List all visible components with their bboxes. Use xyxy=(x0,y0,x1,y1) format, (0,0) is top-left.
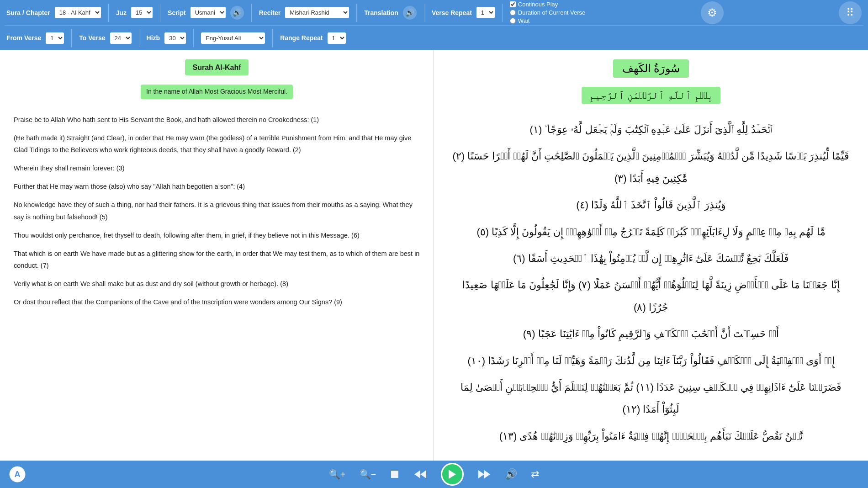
toolbar-row-2: From Verse 1 To Verse 24 Hizb 30 Eng-Yus… xyxy=(5,25,863,50)
arabic-verse-5: فَلَعَلَّكَ بَٰخِعٌ نَّفۡسَكَ عَلَىٰٓ ءَ… xyxy=(452,248,850,270)
sep-4 xyxy=(356,4,357,22)
rewind-icon xyxy=(413,469,427,479)
translation-verse-4: Further that He may warn those (also) wh… xyxy=(14,180,420,192)
translation-audio-btn[interactable]: 🔊 xyxy=(403,6,417,20)
arabic-verse-8: إِذۡ أَوَى ٱلۡفِتۡيَةُ إِلَى ٱلۡكَهۡفِ ف… xyxy=(452,350,850,372)
translation-panel: Surah Al-Kahf In the name of Allah Most … xyxy=(0,50,434,461)
forward-icon xyxy=(477,469,491,479)
translation-label: Translation xyxy=(364,9,398,16)
sura-select[interactable]: 18 - Al-Kahf xyxy=(55,7,101,18)
verse-repeat-label: Verse Repeat xyxy=(432,9,472,16)
translation-verse-1: Praise be to Allah Who hath sent to His … xyxy=(14,114,420,126)
stop-icon xyxy=(390,469,400,479)
sep-2 xyxy=(160,4,160,22)
main-content: Surah Al-Kahf In the name of Allah Most … xyxy=(0,50,868,461)
svg-marker-7 xyxy=(484,470,490,478)
to-verse-label: To Verse xyxy=(79,34,105,42)
translation-verse-6: Thou wouldst only perchance, fret thysel… xyxy=(14,229,420,241)
arabic-title-wrapper: سُورَةُ الكَهف xyxy=(452,59,850,83)
wait-option[interactable]: Wait xyxy=(510,17,585,24)
arabic-verse-3: وَيُنذِرَ ٱلَّذِينَ قَالُواْ ٱتَّخَذَ ٱل… xyxy=(452,194,850,216)
duration-verse-radio[interactable] xyxy=(510,10,516,16)
sep-10 xyxy=(272,29,273,47)
svg-text:A: A xyxy=(15,470,21,479)
player-settings-btn[interactable]: ⇄ xyxy=(531,468,539,480)
duration-verse-label: Duration of Current Verse xyxy=(518,9,585,16)
arabic-verse-10: نَّحۡنُ نَقُصُّ عَلَيۡكَ نَبَأَهُم بِٱلۡ… xyxy=(452,425,850,447)
translation-verse-9: Or dost thou reflect that the Companions… xyxy=(14,296,420,308)
arabic-verse-2: قَيِّمًا لِّيُنذِرَ بَأۡسًا شَدِيدًا مِّ… xyxy=(452,145,850,190)
translation-verse-8: Verily what is on earth We shall make bu… xyxy=(14,278,420,290)
arabic-verse-6: إِنَّا جَعَلۡنَا مَا عَلَى ٱلۡأَرۡضِ زِي… xyxy=(452,274,850,318)
to-verse-select[interactable]: 24 xyxy=(110,32,132,44)
juz-select[interactable]: 15 xyxy=(131,7,153,18)
continuous-play-label: Continous Play xyxy=(518,1,558,8)
duration-verse-option[interactable]: Duration of Current Verse xyxy=(510,9,585,16)
arabic-bismillah: بِسۡمِ ٱللَّهِ ٱلرَّحۡمَٰنِ ٱلرَّحِيمِ xyxy=(582,87,720,104)
continuous-play-option[interactable]: Continous Play xyxy=(510,1,585,8)
verse-list-right: ٱلۡحَمۡدُ لِلَّهِ ٱلَّذِيٓ أَنزَلَ عَلَى… xyxy=(452,119,850,447)
script-audio-btn[interactable]: 🔊 xyxy=(230,6,244,20)
toolbar: Sura / Chapter 18 - Al-Kahf Juz 15 Scrip… xyxy=(0,0,868,50)
sep-1 xyxy=(108,4,109,22)
verse-list-left: Praise be to Allah Who hath sent to His … xyxy=(14,114,420,308)
wait-label: Wait xyxy=(518,17,530,24)
verse-repeat-select[interactable]: 1 xyxy=(476,7,495,18)
translation-select[interactable]: Eng-Yusuf Ali xyxy=(201,32,265,44)
sura-label: Sura / Chapter xyxy=(6,9,50,16)
from-verse-select[interactable]: 1 xyxy=(46,32,64,44)
arabic-verse-1: ٱلۡحَمۡدُ لِلَّهِ ٱلَّذِيٓ أَنزَلَ عَلَى… xyxy=(452,119,850,141)
settings-gear-btn[interactable]: ⚙ xyxy=(701,1,724,24)
reciter-select[interactable]: Mishari-Rashid xyxy=(285,7,349,18)
toolbar-row-1: Sura / Chapter 18 - Al-Kahf Juz 15 Scrip… xyxy=(5,0,863,25)
svg-marker-6 xyxy=(478,470,484,478)
juz-label: Juz xyxy=(116,9,127,16)
arabic-verse-4: مَّا لَهُم بِهِۦ مِنۡ عِلۡمٍ وَلَا لِءَا… xyxy=(452,221,850,243)
volume-btn[interactable]: 🔊 xyxy=(505,468,517,480)
logo-icon: A xyxy=(9,466,26,483)
hizb-select[interactable]: 30 xyxy=(164,32,186,44)
continuous-play-checkbox[interactable] xyxy=(510,1,516,7)
script-select[interactable]: Usmani xyxy=(191,7,226,18)
arabic-verse-7: أَمۡ حَسِبۡتَ أَنَّ أَصۡحَٰبَ ٱلۡكَهۡفِ … xyxy=(452,323,850,345)
hizb-label: Hizb xyxy=(147,34,160,42)
range-repeat-select[interactable]: 1 xyxy=(328,32,346,44)
bismillah-text: In the name of Allah Most Gracious Most … xyxy=(141,85,293,99)
sep-3 xyxy=(251,4,252,22)
arabic-bismillah-wrapper: بِسۡمِ ٱللَّهِ ٱلرَّحۡمَٰنِ ٱلرَّحِيمِ xyxy=(452,87,850,111)
reciter-label: Reciter xyxy=(259,9,281,16)
playback-options: Continous Play Duration of Current Verse… xyxy=(510,1,585,24)
script-label: Script xyxy=(168,9,186,16)
sep-6 xyxy=(502,4,503,22)
sep-9 xyxy=(193,29,194,47)
play-icon xyxy=(448,469,457,479)
player-bar: A 🔍+ 🔍− 🔊 ⇄ xyxy=(0,461,868,488)
sep-8 xyxy=(139,29,139,47)
svg-rect-2 xyxy=(391,471,398,478)
arabic-panel: سُورَةُ الكَهف بِسۡمِ ٱللَّهِ ٱلرَّحۡمَٰ… xyxy=(434,50,868,461)
arabic-surah-title: سُورَةُ الكَهف xyxy=(613,59,689,78)
forward-btn[interactable] xyxy=(477,469,491,479)
rewind-btn[interactable] xyxy=(413,469,427,479)
surah-title-wrapper: Surah Al-Kahf xyxy=(14,59,420,81)
translation-verse-3: Wherein they shall remain forever: (3) xyxy=(14,162,420,174)
sep-5 xyxy=(424,4,424,22)
svg-marker-3 xyxy=(414,470,420,478)
stop-btn[interactable] xyxy=(390,469,400,479)
translation-verse-5: No knowledge have they of such a thing, … xyxy=(14,199,420,223)
wait-radio[interactable] xyxy=(510,18,516,24)
app-logo: A xyxy=(9,466,26,483)
dots-btn[interactable]: ⠿ xyxy=(839,1,862,24)
sep-7 xyxy=(71,29,72,47)
zoom-out-btn[interactable]: 🔍− xyxy=(360,469,376,480)
play-btn[interactable] xyxy=(441,463,464,486)
svg-marker-4 xyxy=(420,470,426,478)
translation-verse-2: (He hath made it) Straight (and Clear), … xyxy=(14,132,420,156)
bismillah-wrapper: In the name of Allah Most Gracious Most … xyxy=(14,85,420,106)
from-verse-label: From Verse xyxy=(6,34,41,42)
zoom-in-btn[interactable]: 🔍+ xyxy=(329,469,346,480)
arabic-verse-9: فَضَرَبۡنَا عَلَىٰٓ ءَاذَانِهِمۡ فِي ٱلۡ… xyxy=(452,377,850,421)
svg-marker-5 xyxy=(449,470,456,479)
range-repeat-label: Range Repeat xyxy=(280,34,323,42)
translation-verse-7: That which is on earth We have made but … xyxy=(14,248,420,271)
